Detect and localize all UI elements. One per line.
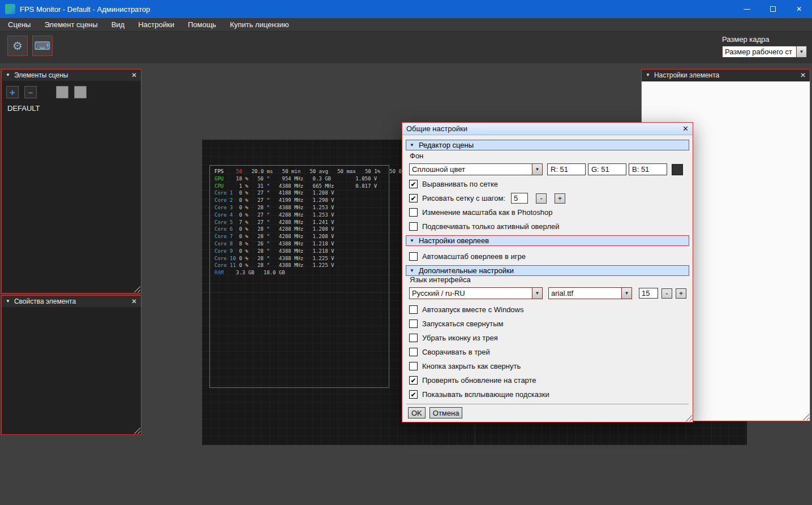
- overlay-row: CPU 1 % 31 ° 4388 MHz 665 MHz 0.817 V: [214, 183, 411, 190]
- general-checkbox-7[interactable]: ✔: [409, 390, 418, 399]
- panel-title: Настройки элемента: [654, 71, 719, 79]
- general-row-3: Убрать иконку из трея: [409, 331, 688, 345]
- overlay-row-values: 8 % 26 ° 4388 MHz 1.218 V: [236, 241, 334, 247]
- overlay-fps-value: 50: [236, 168, 248, 175]
- section-arrow-icon: ▼: [410, 143, 414, 148]
- grid-step-decrease-button[interactable]: -: [536, 193, 547, 204]
- overlay-row-values: 0 % 27 ° 4288 MHz 1.253 V: [236, 212, 334, 218]
- font-size-decrease-button[interactable]: -: [661, 288, 672, 299]
- section-label: Дополнительные настройки: [419, 266, 514, 275]
- remove-element-button[interactable]: −: [24, 86, 37, 98]
- element-tool-button-4[interactable]: [74, 86, 87, 98]
- close-icon[interactable]: ✕: [800, 71, 806, 79]
- chevron-down-icon[interactable]: ▼: [532, 164, 542, 175]
- minimize-button[interactable]: —: [734, 0, 760, 18]
- menu-item-6[interactable]: Купить лицензию: [230, 20, 289, 29]
- menu-item-4[interactable]: Настройки: [138, 20, 174, 29]
- overlay-row-values: 0 % 28 ° 4388 MHz 1.225 V: [236, 256, 334, 261]
- ok-button[interactable]: OK: [408, 407, 426, 418]
- red-value-input[interactable]: R: 51: [547, 163, 586, 175]
- chevron-down-icon[interactable]: ▼: [796, 46, 806, 57]
- close-icon[interactable]: ✕: [131, 297, 137, 305]
- overlay-checkboxes: Автомасштаб оверлеев в игре: [409, 249, 688, 264]
- overlay-row: Core 3 0 % 28 ° 4388 MHz 1.253 V: [214, 204, 411, 212]
- overlay-row-values: 20.0 ms 50 min 50 avg 50 max 50 1% 50 0.…: [248, 169, 411, 174]
- font-size-input[interactable]: 15: [639, 288, 658, 299]
- overlay-row-values: 0 % 28 ° 4388 MHz 1.253 V: [236, 205, 334, 210]
- chevron-down-icon[interactable]: ▼: [532, 288, 542, 299]
- close-button[interactable]: ✕: [786, 0, 812, 18]
- general-checkbox-5[interactable]: [409, 362, 418, 370]
- resize-grip[interactable]: [684, 413, 692, 421]
- cancel-button[interactable]: Отмена: [429, 407, 463, 418]
- editor-checkbox-4[interactable]: [409, 222, 418, 231]
- section-additional-settings[interactable]: ▼ Дополнительные настройки: [406, 265, 689, 276]
- general-row-6: ✔Проверять обновление на старте: [409, 373, 688, 387]
- background-type-select[interactable]: Сплошной цвет ▼: [409, 163, 543, 175]
- general-checkbox-6[interactable]: ✔: [409, 376, 418, 385]
- collapse-icon[interactable]: ▼: [646, 73, 650, 77]
- maximize-button[interactable]: [760, 0, 786, 18]
- panel-header: ▼ Свойства элемента ✕: [2, 296, 141, 307]
- overlay-checkbox-1[interactable]: [409, 252, 418, 261]
- overlay-selection-box[interactable]: FPS50 20.0 ms 50 min 50 avg 50 max 50 1%…: [209, 165, 389, 388]
- editor-row-2: ✔Рисовать сетку с шагом:5-+: [409, 191, 688, 205]
- section-overlay-settings[interactable]: ▼ Настройки оверлеев: [406, 235, 689, 246]
- scene-elements-body: + − DEFAULT: [2, 81, 141, 293]
- overlay-row-label: RAM: [214, 269, 236, 277]
- minus-icon: −: [28, 88, 33, 97]
- menu-item-3[interactable]: Вид: [111, 20, 125, 29]
- minimize-icon: —: [744, 5, 750, 13]
- collapse-icon[interactable]: ▼: [6, 299, 10, 304]
- title-bar: FPS Monitor - Default - Администратор — …: [0, 0, 812, 18]
- editor-checkbox-3[interactable]: [409, 208, 418, 217]
- add-element-button[interactable]: +: [6, 86, 19, 98]
- overlay-row-label: Core 4: [214, 212, 236, 219]
- editor-checkbox-2[interactable]: ✔: [409, 194, 418, 202]
- menu-item-1[interactable]: Сцены: [8, 20, 31, 29]
- section-scene-editor[interactable]: ▼ Редактор сцены: [406, 140, 689, 150]
- menu-item-2[interactable]: Элемент сцены: [44, 20, 97, 29]
- close-icon[interactable]: ✕: [131, 71, 137, 79]
- chevron-down-icon[interactable]: ▼: [621, 288, 631, 299]
- checkbox-label: Выравнивать по сетке: [422, 180, 498, 188]
- checkbox-label: Убрать иконку из трея: [422, 334, 498, 342]
- frame-size-value: Размер рабочего ст: [723, 48, 796, 56]
- maximize-icon: [770, 6, 776, 12]
- blue-value-input[interactable]: B: 51: [629, 163, 667, 175]
- grid-step-increase-button[interactable]: +: [555, 193, 565, 204]
- scene-list-item-default[interactable]: DEFAULT: [2, 98, 141, 113]
- color-swatch[interactable]: [672, 164, 683, 175]
- menu-item-5[interactable]: Помощь: [188, 20, 216, 29]
- general-checkbox-2[interactable]: [409, 320, 418, 328]
- close-icon[interactable]: ✕: [682, 124, 689, 133]
- general-checkbox-3[interactable]: [409, 334, 418, 342]
- frame-size-select[interactable]: Размер рабочего ст ▼: [722, 46, 807, 58]
- app-icon: [5, 4, 15, 14]
- green-value-input[interactable]: G: 51: [588, 163, 626, 175]
- collapse-icon[interactable]: ▼: [6, 73, 10, 77]
- settings-tool-button[interactable]: ⚙: [7, 36, 28, 56]
- grid-step-input[interactable]: 5: [511, 193, 528, 204]
- dialog-title-bar[interactable]: Общие настройки ✕: [402, 123, 693, 135]
- general-checkbox-1[interactable]: [409, 305, 418, 314]
- language-select[interactable]: Русский / ru-RU ▼: [409, 287, 543, 299]
- section-arrow-icon: ▼: [410, 239, 414, 243]
- checkbox-label: Изменение масштаба как в Photoshop: [422, 208, 552, 217]
- hotkeys-tool-button[interactable]: ⌨: [32, 36, 53, 56]
- overlay-row: Core 4 0 % 27 ° 4288 MHz 1.253 V: [214, 212, 411, 219]
- overlay-row-values: 18 % 50 ° 954 MHz 0.3 GB 1.050 V: [236, 176, 377, 182]
- checkbox-label: Проверять обновление на старте: [422, 376, 536, 385]
- font-select[interactable]: arial.ttf ▼: [548, 287, 632, 299]
- element-properties-panel: ▼ Свойства элемента ✕: [1, 295, 141, 435]
- window-controls: — ✕: [734, 0, 812, 18]
- overlay-row-label: Core 10: [214, 255, 236, 262]
- general-checkbox-4[interactable]: [409, 348, 418, 356]
- element-tool-button-3[interactable]: [56, 86, 68, 98]
- checkbox-label: Подсвечивать только активный оверлей: [422, 222, 559, 231]
- language-value: Русский / ru-RU: [410, 289, 532, 297]
- font-size-increase-button[interactable]: +: [676, 288, 686, 299]
- overlay-row-label: Core 8: [214, 240, 236, 248]
- editor-checkbox-1[interactable]: ✔: [409, 180, 418, 188]
- editor-row-3: Изменение масштаба как в Photoshop: [409, 205, 688, 219]
